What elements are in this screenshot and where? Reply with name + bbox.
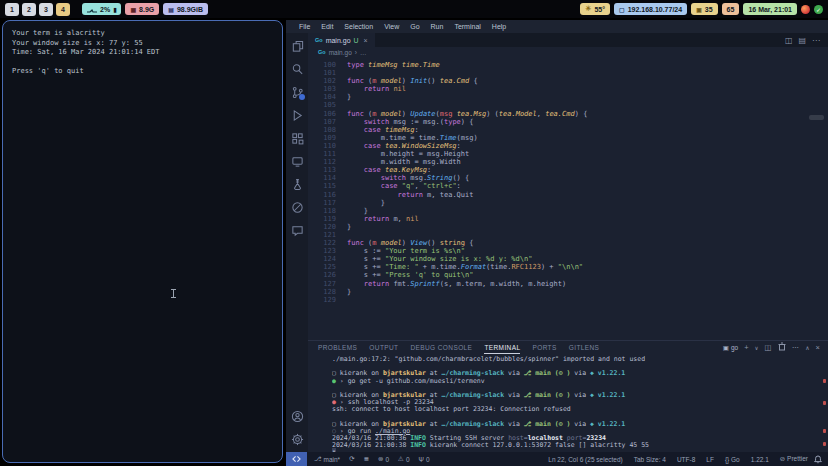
status-encoding[interactable]: UTF-8 — [677, 456, 695, 463]
workspace-button-1[interactable]: 1 — [5, 3, 19, 16]
new-terminal-icon[interactable]: + — [744, 343, 748, 352]
text-segment: string — [440, 239, 465, 247]
menu-item-view[interactable]: View — [379, 23, 404, 30]
network-badge: ▢ 192.168.10.77/24 — [614, 3, 687, 15]
status-layers[interactable]: ≣ — [364, 455, 369, 463]
remote-explorer-icon[interactable] — [290, 154, 304, 168]
sync-icon: ⟳ — [349, 455, 354, 463]
scm-badge — [299, 94, 305, 100]
text-segment: tea.Model — [499, 110, 537, 118]
comments-icon[interactable] — [290, 223, 304, 237]
breadcrumb[interactable]: Go main.go › … — [308, 47, 828, 57]
workspace-button-4[interactable]: 4 — [56, 3, 70, 16]
line-number: 106 — [308, 110, 347, 118]
tray-app-icon[interactable] — [801, 5, 810, 14]
menu-item-selection[interactable]: Selection — [339, 23, 378, 30]
remote-indicator[interactable] — [286, 452, 307, 466]
text-segment: INFO — [410, 441, 426, 449]
panel-tab-output[interactable]: OUTPUT — [369, 342, 398, 354]
line-number: 120 — [308, 223, 347, 231]
panel-tab-gitlens[interactable]: GITLENS — [569, 342, 600, 354]
panel-more-icon[interactable]: ⋯ — [792, 343, 800, 352]
text-segment — [347, 118, 364, 126]
status-prettier[interactable]: ⊘ Prettier — [780, 455, 808, 463]
text-segment: (msg) — [457, 134, 478, 142]
more-actions-icon[interactable]: ⋯ — [812, 36, 820, 45]
breadcrumb-file[interactable]: main.go — [329, 49, 352, 56]
text-segment: switch — [381, 174, 411, 182]
tab-close-icon[interactable]: × — [364, 37, 368, 44]
circle-slash-icon[interactable] — [290, 200, 304, 214]
status-errors[interactable]: ⊗0 — [378, 455, 389, 463]
text-segment: tea.WindowSizeMsg — [385, 142, 457, 150]
panel-tab-problems[interactable]: PROBLEMS — [318, 342, 357, 354]
menu-item-help[interactable]: Help — [487, 23, 511, 30]
text-segment: } — [347, 288, 351, 296]
kill-terminal-icon[interactable] — [778, 342, 786, 353]
code-line: 122func (m model) View() string { — [308, 239, 828, 247]
text-segment: nil — [393, 85, 406, 93]
search-icon[interactable] — [290, 62, 304, 76]
status-eol[interactable]: LF — [706, 456, 714, 463]
split-editor-icon[interactable]: ◫ — [785, 36, 793, 45]
panel-tab-debug-console[interactable]: DEBUG CONSOLE — [410, 342, 472, 354]
notifications-bell-icon[interactable] — [814, 455, 822, 464]
scroll-decoration — [823, 442, 826, 446]
menu-item-go[interactable]: Go — [405, 23, 424, 30]
text-segment: model — [381, 77, 402, 85]
split-terminal-icon[interactable]: ◫ — [765, 343, 772, 352]
status-cursor-position[interactable]: Ln 22, Col 6 (25 selected) — [548, 456, 622, 463]
menu-item-terminal[interactable]: Terminal — [449, 23, 485, 30]
brightness-value: 35 — [705, 6, 713, 13]
workspace-button-3[interactable]: 3 — [39, 3, 53, 16]
terminal-output[interactable]: ./main.go:17:2: "github.com/charmbracele… — [332, 356, 818, 452]
code-line: 124 s += "Your window size is x: %d y: %… — [308, 255, 828, 263]
text-segment: model — [381, 239, 402, 247]
status-warnings[interactable]: ⚠0 — [398, 455, 409, 463]
status-indentation[interactable]: Tab Size: 4 — [634, 456, 666, 463]
text-segment: msg. — [410, 174, 427, 182]
text-segment: "Your window size is x: %d y: %d\n" — [385, 255, 533, 263]
terminal-dropdown-icon[interactable]: ∨ — [755, 345, 759, 351]
tab-main-go[interactable]: Go main.go U × — [308, 33, 375, 47]
code-text: return m, tea.Quit — [347, 191, 473, 199]
code-editor[interactable]: 100type timeMsg time.Time101102func (m m… — [308, 57, 828, 344]
battery-icon: ▮ — [113, 6, 116, 13]
cpu-badge: 2% ▮ — [82, 3, 121, 15]
status-forks[interactable]: Ψ0 — [419, 456, 430, 463]
status-git-branch[interactable]: ⎇main* — [314, 455, 340, 463]
menu-item-run[interactable]: Run — [426, 23, 449, 30]
breadcrumb-more[interactable]: … — [360, 49, 367, 56]
code-line: 102func (m model) Init() tea.Cmd { — [308, 77, 828, 85]
text-segment: ⎇ main (⊙ ) — [524, 420, 571, 428]
explorer-icon[interactable] — [290, 39, 304, 53]
text-segment: return — [364, 280, 394, 288]
open-changes-icon[interactable]: ▤ — [798, 36, 806, 45]
settings-gear-icon[interactable] — [290, 432, 304, 446]
tab-label: main.go — [326, 37, 351, 44]
workspace-button-2[interactable]: 2 — [22, 3, 36, 16]
menu-item-edit[interactable]: Edit — [316, 23, 338, 30]
code-text: type timeMsg time.Time — [347, 61, 440, 69]
testing-icon[interactable] — [290, 177, 304, 191]
status-go-version[interactable]: 1.22.1 — [751, 456, 769, 463]
source-control-icon[interactable] — [290, 85, 304, 99]
extensions-icon[interactable] — [290, 131, 304, 145]
panel-close-icon[interactable]: × — [816, 343, 820, 352]
alacritty-terminal-window[interactable]: Your term is alacrittyYour window size i… — [2, 20, 283, 463]
panel-tab-ports[interactable]: PORTS — [532, 342, 556, 354]
terminal-profile[interactable]: ▣ go — [723, 344, 738, 352]
text-segment: : — [414, 126, 418, 134]
panel-tab-strip: PROBLEMSOUTPUTDEBUG CONSOLETERMINALPORTS… — [308, 341, 828, 354]
status-sync[interactable]: ⟳ — [349, 455, 354, 463]
tray-check-icon[interactable]: ✓ — [814, 5, 823, 14]
menu-item-file[interactable]: File — [294, 23, 315, 30]
clock-badge: 16 Mar, 21:01 — [743, 3, 797, 15]
status-language-mode[interactable]: {} Go — [725, 456, 740, 463]
scrollbar-thumb[interactable] — [809, 115, 824, 120]
run-debug-icon[interactable] — [290, 108, 304, 122]
account-icon[interactable] — [290, 409, 304, 423]
panel-maximize-icon[interactable]: ∧ — [805, 344, 809, 351]
panel-tab-terminal[interactable]: TERMINAL — [484, 342, 520, 354]
line-number: 107 — [308, 118, 347, 126]
